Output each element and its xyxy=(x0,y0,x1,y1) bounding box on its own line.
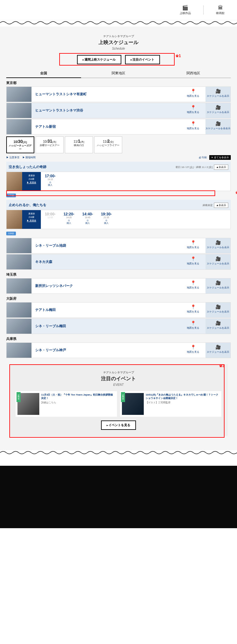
schedule-button[interactable]: 🎥スケジュールを表示 xyxy=(206,278,230,293)
notes-link[interactable]: ▶ 注意事項 xyxy=(6,156,19,159)
events-section: テアトルシネマグループ 注目のイベント EVENT NEW 11月3日（土・祝）… xyxy=(9,364,228,436)
theater-name[interactable]: キネカ大森 xyxy=(31,254,181,269)
map-button[interactable]: 📍地図を見る xyxy=(181,119,206,134)
buy-link[interactable]: ◎購入 xyxy=(60,219,78,225)
prefecture-hyogo: 兵庫県 xyxy=(6,337,231,341)
date-tab[interactable]: 10/31[水] 水曜サービスデー xyxy=(36,136,64,153)
theater-row: キネカ大森 📍地図を見る 🎥スケジュールを表示 xyxy=(6,254,231,270)
schedule-hide-button[interactable]: 🎥スケジュールを非表示 xyxy=(206,119,230,134)
region-tab-kansai[interactable]: 関西地区 xyxy=(156,69,231,78)
camera-icon: 🎥 xyxy=(206,256,230,261)
buy-link[interactable]: ◎購入 xyxy=(41,181,60,187)
buy-link[interactable]: ◎購入 xyxy=(97,219,116,225)
new-badge: NEW xyxy=(17,392,21,402)
print-button[interactable]: 🖨 印刷 xyxy=(199,156,207,159)
map-button[interactable]: 📍地図を見る xyxy=(181,343,206,358)
camera-icon: 🎥 xyxy=(206,121,230,126)
prefecture-tokyo: 東京都 xyxy=(6,81,231,85)
event-thumb: NEW xyxy=(17,393,39,415)
weekly-schedule-button[interactable]: 週間上映スケジュール xyxy=(77,55,121,64)
showtime[interactable]: 17:00- 19:15 ◎購入 xyxy=(41,172,60,191)
duration-chip: 127分 xyxy=(6,194,16,197)
event-title: 10/31(水)『きみの鳥はうたえる』キネカでしゃべれ場！？トークショウ＆サイン… xyxy=(146,393,220,400)
camera-icon: 🎥 xyxy=(206,89,230,94)
map-button[interactable]: 📍地図を見る xyxy=(181,87,206,102)
map-button[interactable]: 📍地図を見る xyxy=(181,238,206,253)
schedule-button[interactable]: 🎥スケジュールを表示 xyxy=(206,87,230,102)
showtime[interactable]: 14:40- 16:45 ◎購入 xyxy=(78,210,97,229)
theater-name[interactable]: テアトル新宿 xyxy=(31,119,181,134)
map-button[interactable]: 📍地図を見る xyxy=(181,302,206,317)
events-header: テアトルシネマグループ 注目のイベント EVENT xyxy=(16,371,221,386)
pin-icon: 📍 xyxy=(181,105,206,110)
event-card[interactable]: NEW 11月3日（土・祝）『十年 Ten Years Japan』初日舞台挨拶… xyxy=(16,391,117,417)
theater-actions: 📍地図を見る 🎥スケジュールを表示 xyxy=(181,343,230,358)
map-button[interactable]: 📍地図を見る xyxy=(181,278,206,293)
more-events-button[interactable]: イベントを見る xyxy=(101,420,136,430)
seat-chart-link[interactable]: ▶ 座席表 xyxy=(22,181,41,184)
event-card[interactable]: NEW 10/31(水)『きみの鳥はうたえる』キネカでしゃべれ場！？トークショウ… xyxy=(120,391,221,417)
region-tab-kanto[interactable]: 関東地区 xyxy=(81,69,156,78)
all-hide-button[interactable]: ✕ 全てを非表示 xyxy=(209,155,231,160)
schedule-button[interactable]: 🎥スケジュールを表示 xyxy=(206,238,230,253)
date-month: 11/ xyxy=(74,140,78,143)
showtime[interactable]: 19:30- 21:35 ◎購入 xyxy=(97,210,116,229)
pin-icon: 📍 xyxy=(181,304,206,309)
seat-count: 218席 xyxy=(22,216,41,219)
nav-theaters[interactable]: 🏛 映画館 xyxy=(216,5,225,15)
date-tab[interactable]: 11/1[木] 映画の日 xyxy=(65,136,93,153)
film-icon: 🎬 xyxy=(180,5,191,11)
date-weekday: [火] xyxy=(23,141,27,144)
map-button[interactable]: 📍地図を見る xyxy=(181,319,206,334)
buy-label: 購入 xyxy=(67,222,71,224)
theater-thumb xyxy=(7,103,31,118)
date-tab[interactable]: 11/2[金] ハッピーフライデー xyxy=(94,136,122,153)
map-button[interactable]: 📍地図を見る xyxy=(181,254,206,269)
schedule-button[interactable]: 🎥スケジュールを表示 xyxy=(206,302,230,317)
theater-name[interactable]: 新所沢レッツシネパーク xyxy=(31,278,181,293)
annotation-label-2: ※2 xyxy=(235,190,237,195)
buy-link[interactable]: ◎購入 xyxy=(78,219,97,225)
time-start: 14:40- xyxy=(78,212,97,216)
camera-icon: 🎥 xyxy=(206,105,230,110)
movie-title[interactable]: 止められるか、俺たちを xyxy=(9,203,46,207)
featured-events-button[interactable]: 注目のイベント xyxy=(125,55,160,64)
pin-icon: 📍 xyxy=(181,121,206,126)
showtime-past: 10:00- 12:05 xyxy=(41,210,60,229)
top-nav: 🎬 上映作品 🏛 映画館 xyxy=(0,0,237,20)
pin-icon: 📍 xyxy=(181,321,206,326)
collapse-button[interactable]: ▲非表示 xyxy=(214,203,228,208)
nav-works[interactable]: 🎬 上映作品 xyxy=(180,5,191,15)
movie-block: 泣き虫しょったんの奇跡 初日 10 / 27 [土]・終映 11 / 2 [金]… xyxy=(6,162,231,197)
theater-actions: 📍地図を見る 🎥スケジュールを表示 xyxy=(181,103,230,118)
region-tab-all[interactable]: 全国 xyxy=(6,69,81,78)
opening-link[interactable]: ▶ 開場時間 xyxy=(22,156,36,159)
theater-name[interactable]: ヒューマントラストシネマ渋谷 xyxy=(31,103,181,118)
seat-count: 218席 xyxy=(22,178,41,181)
theater-name[interactable]: シネ・リーブル神戸 xyxy=(31,343,181,358)
theater-name[interactable]: シネ・リーブル梅田 xyxy=(31,319,181,334)
schedule-button[interactable]: 🎥スケジュールを表示 xyxy=(206,343,230,358)
opening-label: 開場時間 xyxy=(26,156,36,159)
schedule-button[interactable]: 🎥スケジュールを表示 xyxy=(206,319,230,334)
schedule-button[interactable]: 🎥スケジュールを表示 xyxy=(206,103,230,118)
meta-right: 🖨 印刷 ✕ 全てを非表示 xyxy=(199,155,231,160)
camera-icon: 🎥 xyxy=(206,345,230,350)
wave-divider xyxy=(0,450,237,455)
seat-chart-link[interactable]: ▶ 座席表 xyxy=(22,219,41,222)
date-tab[interactable]: 10/30[火] ハッピーチューズデー xyxy=(6,136,34,153)
theater-name[interactable]: シネ・リーブル池袋 xyxy=(31,238,181,253)
theater-actions: 📍地図を見る 🎥スケジュールを表示 xyxy=(181,254,230,269)
date-note: 映画の日 xyxy=(67,144,91,147)
theater-actions: 📍地図を見る 🎥スケジュールを表示 xyxy=(181,87,230,102)
map-button[interactable]: 📍地図を見る xyxy=(181,103,206,118)
theater-name[interactable]: テアトル梅田 xyxy=(31,302,181,317)
seat-ticket-label: 座席券 xyxy=(22,174,41,177)
footer-dark-area xyxy=(0,466,237,528)
movie-title[interactable]: 泣き虫しょったんの奇跡 xyxy=(9,165,46,169)
theater-name[interactable]: ヒューマントラストシネマ有楽町 xyxy=(31,87,181,102)
schedule-button[interactable]: 🎥スケジュールを表示 xyxy=(206,254,230,269)
meta-left: ▶ 注意事項 ▶ 開場時間 xyxy=(6,156,36,159)
collapse-button[interactable]: ▲非表示 xyxy=(214,165,228,170)
showtime[interactable]: 12:20- 14:25 ◎購入 xyxy=(60,210,78,229)
